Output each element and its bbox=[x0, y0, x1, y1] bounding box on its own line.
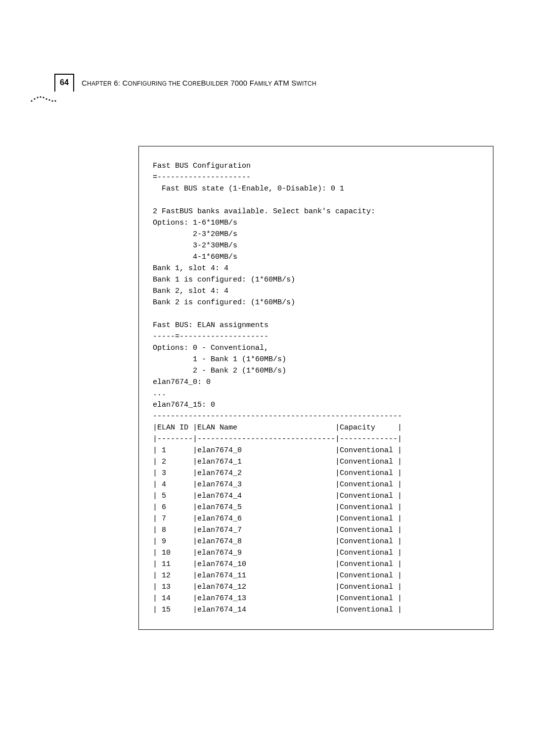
chapter-title: CHAPTER 6: CONFIGURING THE COREBUILDER 7… bbox=[82, 79, 316, 87]
table-row: | 8 |elan7674_7 |Conventional | bbox=[153, 526, 402, 534]
table-row: | 12 |elan7674_11 |Conventional | bbox=[153, 571, 402, 580]
t: WITCH bbox=[297, 80, 316, 87]
svg-point-3 bbox=[40, 96, 41, 97]
svg-point-0 bbox=[31, 100, 32, 101]
line: -----=-------------------- bbox=[153, 332, 268, 341]
line: Options: 0 - Conventional, bbox=[153, 344, 268, 352]
table-row: | 7 |elan7674_6 |Conventional | bbox=[153, 515, 402, 523]
table-row: | 3 |elan7674_2 |Conventional | bbox=[153, 469, 402, 477]
svg-point-4 bbox=[43, 96, 44, 98]
line: 2 FastBUS banks available. Select bank's… bbox=[153, 207, 375, 216]
t: B bbox=[201, 79, 206, 87]
line: elan7674_15: 0 bbox=[153, 401, 215, 409]
svg-point-7 bbox=[51, 100, 53, 101]
t: ONFIGURING THE bbox=[128, 80, 182, 87]
line: 2-3*20MB/s bbox=[153, 230, 237, 238]
line: 3-2*30MB/s bbox=[153, 241, 237, 250]
terminal-output-box: Fast BUS Configuration =----------------… bbox=[138, 146, 493, 630]
line: |--------|------------------------------… bbox=[153, 435, 402, 443]
svg-point-6 bbox=[48, 99, 50, 100]
t: C bbox=[82, 79, 87, 87]
table-row: | 5 |elan7674_4 |Conventional | bbox=[153, 492, 402, 500]
svg-point-2 bbox=[37, 96, 38, 98]
dots-decoration-icon bbox=[30, 94, 59, 104]
line: ----------------------------------------… bbox=[153, 412, 402, 421]
line: =--------------------- bbox=[153, 173, 251, 182]
line: 4-1*60MB/s bbox=[153, 253, 237, 261]
line: 2 - Bank 2 (1*60MB/s) bbox=[153, 367, 286, 375]
line: Bank 2 is configured: (1*60MB/s) bbox=[153, 298, 295, 307]
table-row: | 11 |elan7674_10 |Conventional | bbox=[153, 560, 402, 568]
t: 6: C bbox=[112, 79, 128, 87]
t: ORE bbox=[188, 80, 201, 87]
table-row: | 14 |elan7674_13 |Conventional | bbox=[153, 594, 402, 603]
svg-point-5 bbox=[45, 98, 47, 99]
t: ATM S bbox=[272, 79, 296, 87]
table-row: | 10 |elan7674_9 |Conventional | bbox=[153, 549, 402, 557]
svg-point-1 bbox=[34, 98, 35, 99]
line: Options: 1-6*10MB/s bbox=[153, 219, 237, 227]
table-row: | 2 |elan7674_1 |Conventional | bbox=[153, 458, 402, 466]
table-row: | 6 |elan7674_5 |Conventional | bbox=[153, 503, 402, 512]
line: Bank 1 is configured: (1*60MB/s) bbox=[153, 276, 295, 284]
line: Fast BUS: ELAN assignments bbox=[153, 321, 268, 330]
t: HAPTER bbox=[87, 80, 112, 87]
page-number: 64 bbox=[60, 78, 69, 87]
line: 1 - Bank 1 (1*60MB/s) bbox=[153, 355, 286, 364]
table-row: | 9 |elan7674_8 |Conventional | bbox=[153, 537, 402, 546]
line: Fast BUS state (1-Enable, 0-Disable): 0 … bbox=[153, 185, 344, 193]
table-row: | 1 |elan7674_0 |Conventional | bbox=[153, 446, 402, 455]
t: C bbox=[182, 79, 188, 87]
t: UILDER bbox=[206, 80, 228, 87]
line: ... bbox=[153, 389, 166, 398]
table-header-row: |ELAN ID |ELAN Name |Capacity | bbox=[153, 424, 402, 432]
page-header: 64 CHAPTER 6: CONFIGURING THE COREBUILDE… bbox=[20, 77, 504, 94]
line: Bank 1, slot 4: 4 bbox=[153, 264, 228, 273]
line: elan7674_0: 0 bbox=[153, 378, 211, 386]
page-number-box: 64 bbox=[54, 74, 74, 92]
t: AMILY bbox=[254, 80, 272, 87]
page: 64 CHAPTER 6: CONFIGURING THE COREBUILDE… bbox=[0, 0, 534, 756]
table-row: | 13 |elan7674_12 |Conventional | bbox=[153, 583, 402, 591]
line: Bank 2, slot 4: 4 bbox=[153, 287, 228, 295]
svg-point-8 bbox=[54, 100, 56, 101]
table-row: | 15 |elan7674_14 |Conventional | bbox=[153, 606, 402, 614]
table-row: | 4 |elan7674_3 |Conventional | bbox=[153, 480, 402, 489]
line: Fast BUS Configuration bbox=[153, 162, 251, 170]
t: 7000 F bbox=[228, 79, 254, 87]
